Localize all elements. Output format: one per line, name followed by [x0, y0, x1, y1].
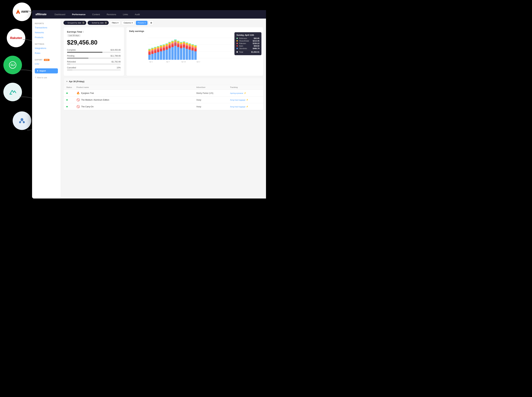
product-icon-3: 🚫: [76, 105, 80, 108]
remove-grouped-filter[interactable]: ×: [82, 22, 85, 24]
svg-text:Apr 15: Apr 15: [181, 61, 186, 63]
nav-performance[interactable]: Performance: [71, 12, 87, 16]
table-row[interactable]: 🚫 The Medium: Aluminum Edition Away /lon…: [64, 97, 263, 103]
svg-rect-34: [157, 52, 159, 60]
product-name-1: 🔥 Eyeglass Trial: [76, 92, 196, 95]
svg-rect-23: [148, 49, 151, 50]
svg-rect-100: [194, 51, 197, 60]
product-name-2: 🚫 The Medium: Aluminum Edition: [76, 98, 196, 101]
app-window: affilimate Dashboard Performance Content…: [32, 10, 266, 198]
svg-rect-55: [168, 46, 171, 48]
svg-rect-80: [183, 48, 185, 60]
external-link-icon-2: ⚡: [246, 99, 248, 101]
col-advertiser: Advertiser: [196, 86, 230, 88]
nav-links[interactable]: Links: [122, 12, 129, 16]
svg-rect-48: [163, 44, 165, 45]
sidebar-item-products[interactable]: Products: [32, 35, 61, 40]
columns-button[interactable]: Columns ▾: [122, 21, 134, 25]
help-icon: ?: [35, 76, 36, 79]
svg-rect-43: [160, 45, 162, 46]
filters-button[interactable]: Filters ▾: [110, 21, 121, 25]
nav-content[interactable]: Content: [91, 12, 101, 16]
earnings-refunded: Refunded -$1,782.66: [67, 61, 121, 64]
layout-icon: ⊞: [150, 22, 152, 24]
svg-line-9: [22, 121, 24, 121]
sidebar-item-rules[interactable]: Rules: [32, 51, 61, 56]
check-icon-2: ✓: [89, 22, 91, 24]
svg-rect-102: [194, 47, 197, 49]
remove-sorted-filter[interactable]: ×: [105, 22, 107, 24]
nav-audit[interactable]: Audit: [134, 12, 141, 16]
layout-icon-button[interactable]: ⊞: [149, 21, 154, 25]
svg-rect-62: [171, 42, 174, 43]
svg-point-6: [19, 121, 21, 123]
external-link-icon-3: ⚡: [246, 105, 248, 108]
sidebar-item-networks[interactable]: Networks: [32, 30, 61, 35]
filter-bar: ✓ Grouped by date × ✓ Sorted by date × F…: [63, 21, 263, 25]
svg-rect-21: [148, 51, 151, 52]
svg-rect-99: [192, 44, 194, 45]
advertiser-3: Away: [196, 105, 230, 108]
sidebar-item-integrations[interactable]: Integrations: [32, 46, 61, 51]
chevron-down-icon: ▾: [118, 22, 118, 24]
svg-rect-63: [171, 41, 174, 42]
col-status: Status: [66, 86, 76, 88]
earnings-total: $29,456.80: [67, 39, 121, 46]
svg-rect-36: [157, 48, 159, 50]
svg-rect-56: [168, 44, 171, 46]
svg-rect-29: [154, 53, 156, 60]
svg-rect-49: [166, 50, 168, 60]
svg-rect-87: [186, 45, 188, 46]
section-header-apr30[interactable]: ▾ Apr 30 (Friday): [64, 78, 263, 85]
svg-rect-90: [189, 50, 191, 60]
svg-rect-40: [160, 49, 162, 51]
svg-point-5: [21, 118, 23, 121]
presets-button[interactable]: Presets ▾: [136, 21, 148, 25]
svg-rect-60: [171, 44, 174, 47]
svg-rect-104: [194, 45, 197, 46]
svg-rect-58: [168, 42, 171, 43]
tooltip-date: Sunday, April 11th: [236, 34, 260, 36]
svg-rect-95: [192, 50, 194, 60]
help-link[interactable]: ? How to use: [32, 75, 61, 80]
tooltip-refersion: Refersion $92.85: [236, 37, 260, 39]
sorted-by-date-filter[interactable]: ✓ Sorted by date ×: [88, 21, 109, 25]
earnings-title: Earnings Total ℹ: [67, 31, 121, 33]
table-row[interactable]: 🚫 The Carry-On Away /long-haul-luggage ⚡: [64, 103, 263, 110]
import-button[interactable]: ⬆ Import: [35, 68, 58, 74]
earnings-panel: Earnings Total ℹ Last 30 days $29,456.80…: [63, 27, 124, 76]
svg-text:Apr 1: Apr 1: [149, 61, 153, 63]
svg-rect-38: [157, 46, 159, 47]
grouped-by-date-filter[interactable]: ✓ Grouped by date ×: [63, 21, 86, 25]
svg-rect-30: [154, 50, 156, 53]
tracking-link-1[interactable]: /spring-eyewear ⚡: [230, 92, 260, 94]
svg-rect-71: [177, 44, 179, 47]
earnings-pending: Pending $11,788.66: [67, 55, 121, 59]
svg-rect-20: [148, 52, 151, 55]
panels-row: Earnings Total ℹ Last 30 days $29,456.80…: [63, 27, 263, 76]
status-dot-2: [66, 99, 68, 101]
svg-rect-86: [186, 46, 188, 49]
svg-rect-78: [180, 43, 182, 44]
nav-dashboard[interactable]: Dashboard: [53, 12, 67, 16]
svg-rect-46: [163, 47, 165, 48]
svg-rect-84: [183, 41, 185, 42]
tooltip-shareasale: ShareASale $213.45: [236, 40, 260, 42]
svg-rect-81: [183, 45, 185, 48]
table-row[interactable]: 🔥 Eyeglass Trial Warby Parker (US) /spri…: [64, 90, 263, 97]
svg-rect-44: [163, 50, 165, 60]
nav-revisions[interactable]: Revisions: [105, 12, 118, 16]
svg-rect-77: [180, 44, 182, 46]
svg-rect-50: [166, 47, 168, 50]
sidebar-item-transactions[interactable]: Transactions: [32, 25, 61, 30]
sidebar-item-csv[interactable]: CSV: [32, 62, 61, 66]
top-nav: affilimate Dashboard Performance Content…: [32, 10, 266, 19]
tracking-link-2[interactable]: /long-haul-luggage ⚡: [230, 99, 260, 101]
collapse-icon: ▾: [66, 80, 68, 83]
svg-rect-83: [183, 42, 185, 43]
svg-rect-33: [154, 47, 156, 48]
svg-rect-73: [177, 42, 179, 43]
tooltip-skimlinks: Skimlinks $486.79: [236, 47, 260, 50]
svg-rect-72: [177, 43, 179, 44]
tracking-link-3[interactable]: /long-haul-luggage ⚡: [230, 105, 260, 108]
